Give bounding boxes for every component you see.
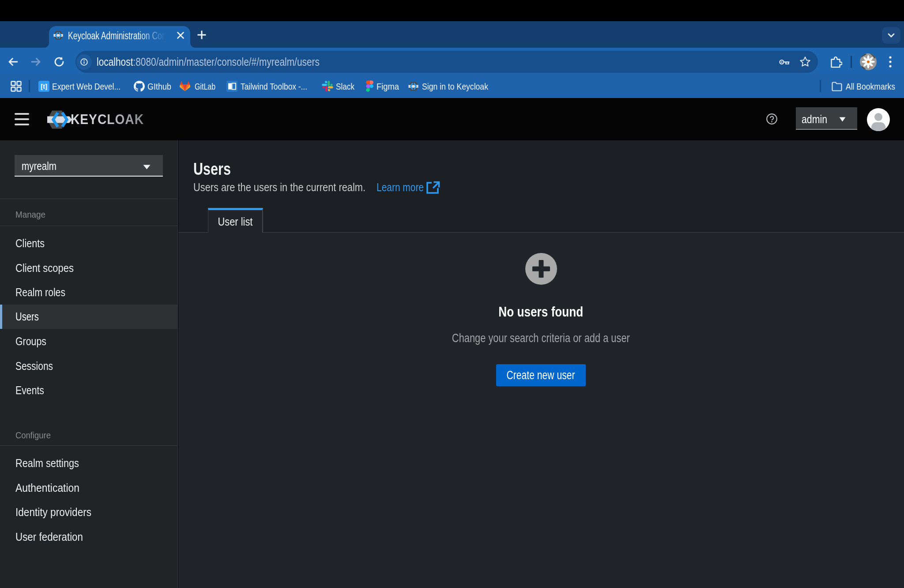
svg-text:[t]: [t] — [41, 83, 47, 90]
